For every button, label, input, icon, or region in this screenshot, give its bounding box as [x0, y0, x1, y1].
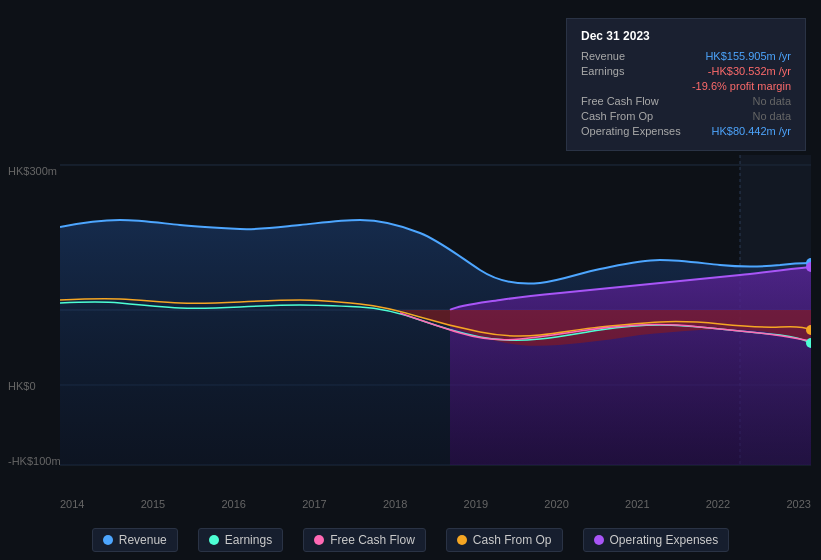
x-label-2022: 2022	[706, 498, 730, 510]
y-label-300: HK$300m	[8, 165, 57, 177]
x-label-2014: 2014	[60, 498, 84, 510]
tooltip-row-revenue: Revenue HK$155.905m /yr	[581, 50, 791, 62]
tooltip-row-cashfromop: Cash From Op No data	[581, 110, 791, 122]
legend-dot-opex	[594, 535, 604, 545]
x-axis: 2014 2015 2016 2017 2018 2019 2020 2021 …	[60, 498, 811, 510]
y-label-neg: -HK$100m	[8, 455, 61, 467]
y-label-zero: HK$0	[8, 380, 36, 392]
legend-item-opex[interactable]: Operating Expenses	[583, 528, 730, 552]
legend-dot-fcf	[314, 535, 324, 545]
legend-label-fcf: Free Cash Flow	[330, 533, 415, 547]
tooltip-row-opex: Operating Expenses HK$80.442m /yr	[581, 125, 791, 137]
main-chart	[60, 155, 811, 475]
x-label-2017: 2017	[302, 498, 326, 510]
tooltip-title: Dec 31 2023	[581, 29, 791, 43]
legend-item-fcf[interactable]: Free Cash Flow	[303, 528, 426, 552]
x-label-2016: 2016	[221, 498, 245, 510]
x-label-2021: 2021	[625, 498, 649, 510]
legend-item-earnings[interactable]: Earnings	[198, 528, 283, 552]
chart-area: HK$300m HK$0 -HK$100m	[0, 155, 821, 510]
legend-dot-earnings	[209, 535, 219, 545]
legend-item-revenue[interactable]: Revenue	[92, 528, 178, 552]
legend-dot-cashfromop	[457, 535, 467, 545]
tooltip-card: Dec 31 2023 Revenue HK$155.905m /yr Earn…	[566, 18, 806, 151]
legend-item-cashfromop[interactable]: Cash From Op	[446, 528, 563, 552]
legend-label-cashfromop: Cash From Op	[473, 533, 552, 547]
legend-dot-revenue	[103, 535, 113, 545]
x-label-2019: 2019	[464, 498, 488, 510]
tooltip-row-earnings: Earnings -HK$30.532m /yr	[581, 65, 791, 77]
tooltip-row-fcf: Free Cash Flow No data	[581, 95, 791, 107]
legend: Revenue Earnings Free Cash Flow Cash Fro…	[0, 528, 821, 552]
x-label-2015: 2015	[141, 498, 165, 510]
tooltip-row-margin: -19.6% profit margin	[581, 80, 791, 92]
x-label-2020: 2020	[544, 498, 568, 510]
x-label-2023: 2023	[786, 498, 810, 510]
legend-label-opex: Operating Expenses	[610, 533, 719, 547]
legend-label-revenue: Revenue	[119, 533, 167, 547]
legend-label-earnings: Earnings	[225, 533, 272, 547]
x-label-2018: 2018	[383, 498, 407, 510]
